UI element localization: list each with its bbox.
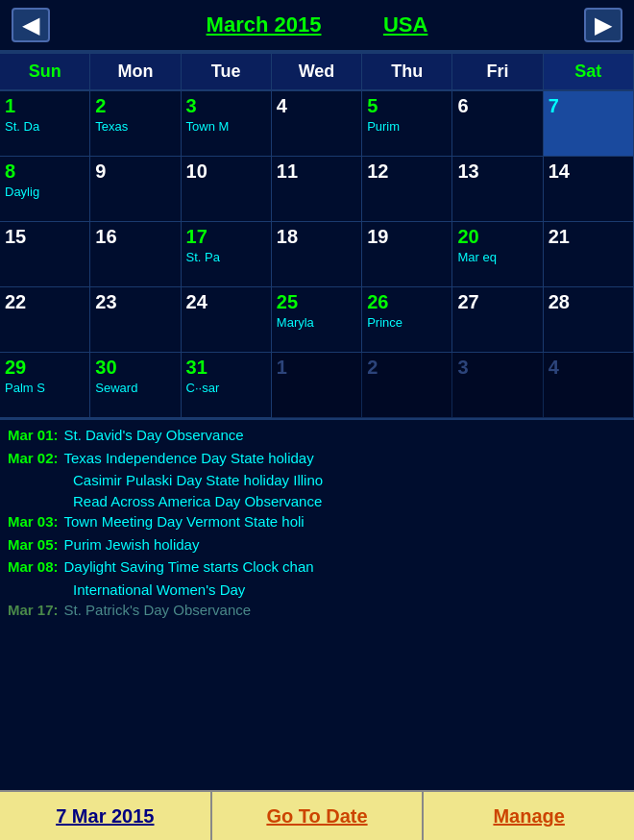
day-4[interactable]: 4 xyxy=(272,91,362,157)
day-num: 8 xyxy=(5,161,85,183)
day-12[interactable]: 12 xyxy=(362,157,452,222)
prev-month-button[interactable]: ◀ xyxy=(12,8,50,42)
day-28[interactable]: 28 xyxy=(544,287,634,353)
day-9[interactable]: 9 xyxy=(90,157,181,222)
day-27[interactable]: 27 xyxy=(452,287,543,353)
day-10[interactable]: 10 xyxy=(182,157,272,222)
calendar-grid: Sun Mon Tue Wed Thu Fri Sat 1 St. Da 2 T… xyxy=(0,52,634,418)
day-event: Seward xyxy=(95,381,175,396)
day-num: 26 xyxy=(367,291,447,313)
day-event: Prince xyxy=(367,315,447,331)
day-header-fri: Fri xyxy=(452,54,543,91)
event-text: Town Meeting Day Vermont State holi xyxy=(64,512,305,531)
header-month[interactable]: March 2015 xyxy=(207,12,322,37)
day-header-sun: Sun xyxy=(0,54,90,91)
day-18[interactable]: 18 xyxy=(272,222,362,287)
day-event: Purim xyxy=(367,119,447,135)
day-num: 11 xyxy=(277,161,356,183)
event-date: Mar 02: xyxy=(8,449,59,468)
day-event: Palm S xyxy=(5,381,85,396)
day-num: 29 xyxy=(5,357,85,379)
day-num: 9 xyxy=(95,161,175,183)
day-num: 6 xyxy=(457,95,537,117)
event-date: Mar 03: xyxy=(8,512,59,531)
day-num: 28 xyxy=(549,291,628,313)
day-3[interactable]: 3 Town M xyxy=(182,91,272,157)
day-24[interactable]: 24 xyxy=(182,287,272,353)
day-num: 20 xyxy=(457,226,537,248)
day-num: 10 xyxy=(186,161,266,183)
goto-date-button[interactable]: Go To Date xyxy=(212,792,425,840)
goto-date-label: Go To Date xyxy=(266,805,367,828)
day-num: 14 xyxy=(549,161,628,183)
events-list: Mar 01: St. David's Day Observance Mar 0… xyxy=(0,418,634,790)
day-header-sat: Sat xyxy=(544,54,634,91)
day-num: 19 xyxy=(367,226,447,248)
day-5[interactable]: 5 Purim xyxy=(362,91,452,157)
event-date: Mar 17: xyxy=(8,601,59,620)
day-7[interactable]: 7 xyxy=(544,91,634,157)
day-next-2[interactable]: 2 xyxy=(362,353,452,418)
day-14[interactable]: 14 xyxy=(544,157,634,222)
day-15[interactable]: 15 xyxy=(0,222,90,287)
day-2[interactable]: 2 Texas xyxy=(90,91,181,157)
day-event: Mar eq xyxy=(457,250,537,265)
day-event: St. Da xyxy=(5,119,85,135)
day-num: 17 xyxy=(186,226,266,248)
event-text: St. David's Day Observance xyxy=(64,426,244,445)
event-text: Daylight Saving Time starts Clock chan xyxy=(64,557,314,577)
day-num: 23 xyxy=(95,291,175,313)
event-date: Mar 05: xyxy=(8,535,59,555)
event-indent: Casimir Pulaski Day State holiday Illino xyxy=(73,471,626,490)
day-next-3[interactable]: 3 xyxy=(452,353,543,418)
day-30[interactable]: 30 Seward xyxy=(90,353,181,418)
day-6[interactable]: 6 xyxy=(452,91,543,157)
day-19[interactable]: 19 xyxy=(362,222,452,287)
next-month-button[interactable]: ▶ xyxy=(584,8,622,42)
day-num: 7 xyxy=(549,95,628,117)
day-8[interactable]: 8 Daylig xyxy=(0,157,90,222)
day-31[interactable]: 31 C··sar xyxy=(182,353,272,418)
day-event: Town M xyxy=(186,119,266,135)
day-13[interactable]: 13 xyxy=(452,157,543,222)
manage-label: Manage xyxy=(493,805,564,828)
day-event: St. Pa xyxy=(186,250,266,265)
day-1[interactable]: 1 St. Da xyxy=(0,91,90,157)
event-date: Mar 01: xyxy=(8,426,59,445)
day-25[interactable]: 25 Maryla xyxy=(272,287,362,353)
event-text: Purim Jewish holiday xyxy=(64,535,200,555)
day-22[interactable]: 22 xyxy=(0,287,90,353)
day-29[interactable]: 29 Palm S xyxy=(0,353,90,418)
manage-button[interactable]: Manage xyxy=(424,792,634,840)
event-item: Mar 02: Texas Independence Day State hol… xyxy=(8,449,626,468)
current-date-button[interactable]: 7 Mar 2015 xyxy=(0,792,212,840)
event-indent: International Women's Day xyxy=(73,581,626,600)
day-header-thu: Thu xyxy=(362,54,452,91)
event-text: Texas Independence Day State holiday xyxy=(64,449,314,468)
day-header-wed: Wed xyxy=(272,54,362,91)
day-17[interactable]: 17 St. Pa xyxy=(182,222,272,287)
day-16[interactable]: 16 xyxy=(90,222,181,287)
footer: 7 Mar 2015 Go To Date Manage xyxy=(0,790,634,840)
day-event: Maryla xyxy=(277,315,356,331)
day-num: 15 xyxy=(5,226,85,248)
header-country[interactable]: USA xyxy=(383,12,427,37)
event-indent: Read Across America Day Observance xyxy=(73,492,626,511)
event-item: Mar 03: Town Meeting Day Vermont State h… xyxy=(8,512,626,531)
day-num: 22 xyxy=(5,291,85,313)
day-num: 3 xyxy=(186,95,266,117)
event-item: Mar 08: Daylight Saving Time starts Cloc… xyxy=(8,557,626,577)
day-21[interactable]: 21 xyxy=(544,222,634,287)
day-num: 27 xyxy=(457,291,537,313)
day-26[interactable]: 26 Prince xyxy=(362,287,452,353)
day-11[interactable]: 11 xyxy=(272,157,362,222)
day-event: Daylig xyxy=(5,185,85,200)
day-num: 25 xyxy=(277,291,356,313)
day-20[interactable]: 20 Mar eq xyxy=(452,222,543,287)
day-23[interactable]: 23 xyxy=(90,287,181,353)
day-next-4[interactable]: 4 xyxy=(544,353,634,418)
day-num: 13 xyxy=(457,161,537,183)
day-num: 24 xyxy=(186,291,266,313)
day-num: 18 xyxy=(277,226,356,248)
day-next-1[interactable]: 1 xyxy=(272,353,362,418)
